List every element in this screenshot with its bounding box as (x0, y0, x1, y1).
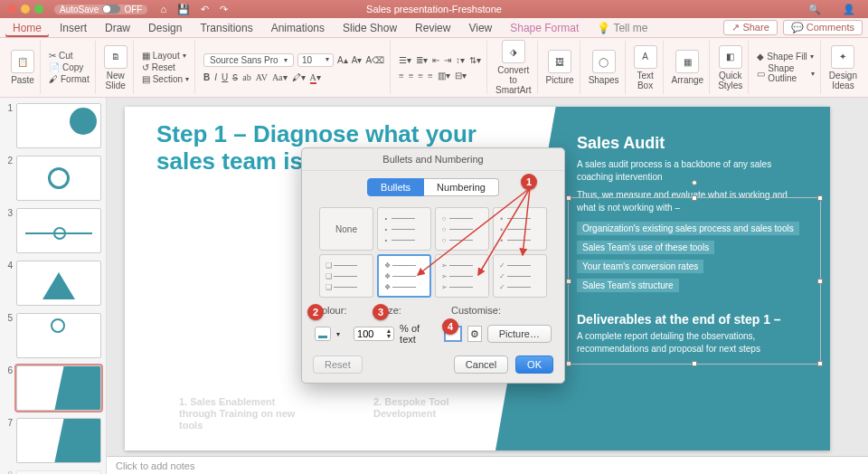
tab-numbering[interactable]: Numbering (424, 178, 499, 196)
thumb-6[interactable]: 6 (4, 365, 102, 411)
tab-transitions[interactable]: Transitions (193, 19, 259, 37)
thumb-3[interactable]: 3 (4, 208, 102, 253)
align-center[interactable]: ≡ (409, 71, 414, 81)
tab-slideshow[interactable]: Slide Show (335, 19, 404, 37)
selection-box[interactable] (568, 197, 821, 365)
save-icon[interactable]: 💾 (172, 4, 195, 15)
thumb-7[interactable]: 7 (4, 418, 102, 463)
workspace: 1 2 3 4 5 6 7 8 freshstone consulting St… (0, 98, 868, 474)
shape-fill[interactable]: ◆ Shape Fill ▾ (757, 52, 815, 62)
thumb-5[interactable]: 5 (4, 313, 102, 358)
pct-label: % of text (400, 323, 433, 345)
account-icon[interactable]: 👤 (837, 4, 861, 15)
design-ideas[interactable]: ✦Design Ideas (829, 45, 857, 90)
columns-button[interactable]: ▥▾ (438, 71, 450, 81)
shadow-button[interactable]: ab (242, 72, 250, 82)
thumb-4[interactable]: 4 (4, 261, 102, 306)
new-slide-button[interactable]: 🗎New Slide (104, 45, 127, 90)
shape-outline[interactable]: ▭ Shape Outline ▾ (757, 63, 815, 83)
annotation-1: 1 (521, 174, 537, 190)
slide-canvas[interactable]: freshstone consulting Step 1 – Diagnose … (107, 98, 868, 474)
rotate-handle[interactable] (692, 180, 697, 185)
tab-home[interactable]: Home (5, 19, 49, 37)
search-icon[interactable]: 🔍 (803, 4, 826, 15)
thumb-2[interactable]: 2 (4, 156, 102, 201)
insert-shapes[interactable]: ◯Shapes (589, 50, 619, 85)
bullet-square[interactable]: ▪▪▪ (493, 207, 547, 251)
dialog-ok[interactable]: OK (515, 356, 553, 374)
strike-button[interactable]: S̶ (232, 72, 238, 82)
bullet-size-input[interactable]: ▴▾ (354, 327, 394, 341)
justify[interactable]: ≡ (428, 71, 433, 81)
tab-bullets[interactable]: Bullets (367, 178, 424, 196)
arrange-button[interactable]: ▦Arrange (672, 50, 704, 85)
paste-button[interactable]: 📋Paste (11, 50, 34, 85)
copy-button[interactable]: 📄 Copy (49, 62, 90, 72)
reset-button[interactable]: ↺ Reset (142, 62, 189, 72)
shrink-font[interactable]: A▾ (352, 55, 363, 65)
tab-shape-format[interactable]: Shape Format (503, 19, 586, 37)
italic-button[interactable]: I (214, 72, 217, 82)
redo-icon[interactable]: ↷ (214, 4, 233, 15)
notes-pane[interactable]: Click to add notes (107, 456, 868, 474)
thumb-1[interactable]: 1 (4, 103, 102, 148)
tab-draw[interactable]: Draw (98, 19, 137, 37)
thumb-8[interactable]: 8 (4, 470, 102, 474)
bullet-diamond[interactable]: ❖❖❖ (377, 254, 431, 298)
bullet-none[interactable]: None (319, 207, 373, 251)
font-family-select[interactable]: Source Sans Pro▾ (203, 53, 294, 67)
grow-font[interactable]: A▴ (337, 55, 348, 65)
text-direction[interactable]: ⇅▾ (469, 55, 481, 65)
font-size-select[interactable]: 10▾ (297, 53, 334, 67)
tab-design[interactable]: Design (141, 19, 189, 37)
tell-me[interactable]: 💡 Tell me (590, 19, 655, 37)
picture-button[interactable]: Picture… (487, 325, 552, 343)
bullet-check[interactable]: ✓✓✓ (493, 254, 547, 298)
bullet-box[interactable]: ❑❑❑ (319, 254, 373, 298)
decrease-indent[interactable]: ⇤ (432, 55, 439, 65)
annotation-3: 3 (373, 304, 389, 320)
insert-textbox[interactable]: AText Box (634, 45, 657, 90)
align-right[interactable]: ≡ (418, 71, 423, 81)
undo-icon[interactable]: ↶ (195, 4, 214, 15)
tab-insert[interactable]: Insert (52, 19, 94, 37)
bullet-arrow[interactable]: ➢➢➢ (435, 254, 489, 298)
tab-review[interactable]: Review (408, 19, 458, 37)
insert-picture[interactable]: 🖼Picture (546, 50, 574, 85)
autosave-toggle[interactable]: AutoSave OFF (54, 5, 147, 14)
share-button[interactable]: ↗ Share (723, 20, 777, 35)
customise-gear[interactable]: ⚙ (467, 326, 482, 342)
home-icon[interactable]: ⌂ (155, 4, 172, 14)
align-text[interactable]: ⊟▾ (455, 71, 467, 81)
bold-button[interactable]: B (203, 72, 210, 82)
section-button[interactable]: ▤ Section ▾ (142, 74, 189, 84)
tab-animations[interactable]: Animations (264, 19, 332, 37)
minimize-window[interactable] (21, 5, 30, 14)
format-painter[interactable]: 🖌 Format (49, 74, 90, 84)
bullet-colour-picker[interactable] (315, 327, 331, 341)
quick-styles[interactable]: ◧Quick Styles (718, 45, 742, 90)
comments-button[interactable]: 💬 Comments (783, 20, 863, 35)
layout-button[interactable]: ▦ Layout ▾ (142, 51, 189, 61)
cut-button[interactable]: ✂ Cut (49, 51, 90, 61)
case-button[interactable]: Aa▾ (272, 72, 288, 82)
increase-indent[interactable]: ⇥ (444, 55, 451, 65)
close-window[interactable] (7, 5, 16, 14)
line-spacing[interactable]: ↕▾ (456, 55, 465, 65)
align-left[interactable]: ≡ (399, 71, 404, 81)
underline-button[interactable]: U (222, 72, 228, 82)
highlight-button[interactable]: 🖍▾ (292, 72, 306, 82)
clear-format[interactable]: A⌫ (365, 55, 384, 65)
tab-view[interactable]: View (461, 19, 499, 37)
bullet-disc[interactable]: ••• (377, 207, 431, 251)
convert-smartart[interactable]: ⬗Convert to SmartArt (495, 40, 531, 95)
bullets-button[interactable]: ☰▾ (399, 55, 411, 65)
dialog-cancel[interactable]: Cancel (454, 356, 508, 374)
numbering-button[interactable]: ≣▾ (416, 55, 428, 65)
font-color-button[interactable]: A▾ (310, 72, 321, 82)
spacing-button[interactable]: AV (256, 72, 268, 82)
bullet-circle[interactable]: ○○○ (435, 207, 489, 251)
maximize-window[interactable] (34, 5, 43, 14)
autosave-switch[interactable] (102, 5, 120, 14)
dialog-reset[interactable]: Reset (313, 356, 363, 374)
